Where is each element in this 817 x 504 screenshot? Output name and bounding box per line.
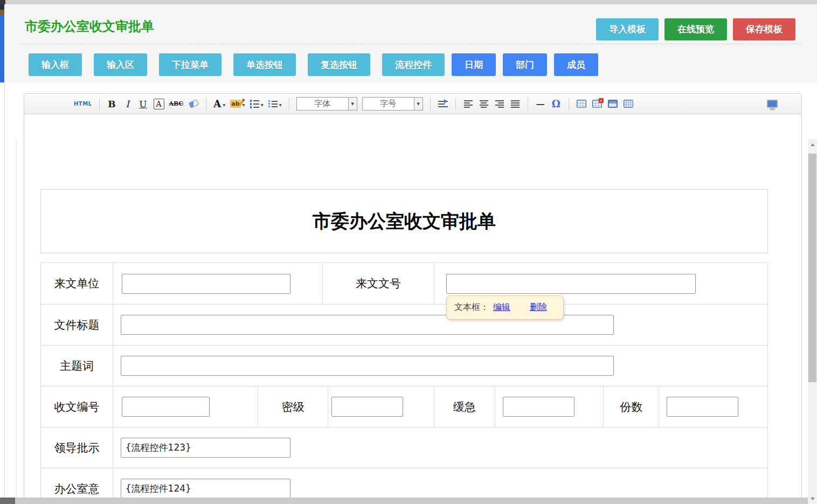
monitor-icon: [767, 100, 778, 108]
field-label: 来文文号: [322, 263, 434, 304]
chevron-down-icon: [348, 98, 357, 110]
urgency-input[interactable]: [503, 397, 574, 417]
table-properties-button[interactable]: [607, 97, 618, 111]
underline-button[interactable]: U: [138, 97, 149, 111]
table-row: 领导批示: [41, 427, 767, 468]
strikethrough-button[interactable]: ABC: [169, 97, 184, 111]
chevron-down-icon: [223, 99, 225, 109]
chevron-down-icon: [261, 99, 264, 109]
add-input-button[interactable]: 输入框: [29, 53, 82, 76]
page-title: 市委办公室收文审批单: [25, 18, 154, 34]
align-justify-button[interactable]: [510, 97, 521, 111]
incoming-doc-number-input[interactable]: [446, 274, 696, 294]
toolbar-separator: [99, 98, 100, 111]
cell-properties-button[interactable]: [623, 97, 634, 111]
toolbar-separator: [206, 98, 206, 111]
add-textarea-button[interactable]: 输入区: [94, 53, 147, 76]
import-template-button[interactable]: 导入模板: [596, 18, 659, 40]
online-preview-button[interactable]: 在线预览: [664, 18, 727, 40]
ordered-list-button[interactable]: [250, 97, 264, 111]
remove-format-button[interactable]: [188, 97, 199, 111]
table-cell: [328, 386, 434, 427]
add-member-button[interactable]: 成员: [554, 53, 598, 76]
field-label: 收文编号: [41, 386, 113, 427]
page-header: 市委办公室收文审批单 导入模板 在线预览 保存模板 输入框 输入区 下拉菜单 单…: [4, 4, 817, 82]
eraser-icon: [188, 99, 199, 108]
add-dropdown-button[interactable]: 下拉菜单: [159, 53, 221, 76]
table-row: 文件标题: [41, 304, 767, 345]
char-border-button[interactable]: A: [154, 99, 164, 109]
toolbar-separator: [455, 98, 456, 111]
table-cell: [113, 427, 767, 468]
delete-table-button[interactable]: [592, 97, 603, 111]
chevron-down-icon: [414, 98, 423, 110]
office-opinion-input[interactable]: [121, 479, 290, 499]
add-department-button[interactable]: 部门: [503, 53, 547, 76]
unordered-list-button[interactable]: [268, 97, 282, 111]
control-tooltip: 文本框： 编辑 删除: [446, 295, 564, 320]
align-left-button[interactable]: [463, 97, 474, 111]
vertical-scrollbar[interactable]: [808, 139, 817, 504]
window-edge-line: [16, 139, 17, 498]
font-color-button[interactable]: A: [213, 97, 225, 111]
chevron-down-icon: [279, 99, 282, 109]
document-title: 市委办公室收文审批单: [313, 209, 496, 234]
window-bottom-edge: [0, 498, 808, 504]
font-family-select[interactable]: 字体: [296, 97, 357, 111]
align-justify-icon: [511, 100, 520, 108]
table-row: 收文编号 密级 缓急 份数: [41, 386, 767, 427]
secrecy-level-input[interactable]: [331, 397, 403, 417]
bold-button[interactable]: B: [107, 97, 117, 111]
scroll-up-icon[interactable]: [808, 140, 817, 149]
horizontal-rule-button[interactable]: —: [535, 97, 546, 111]
highlight-button[interactable]: ab: [230, 97, 245, 111]
italic-button[interactable]: I: [122, 97, 133, 111]
table-properties-icon: [608, 100, 618, 108]
table-row: 来文单位 来文文号: [41, 263, 767, 304]
header-title-row: 市委办公室收文审批单 导入模板 在线预览 保存模板: [4, 4, 817, 40]
tooltip-edit-link[interactable]: 编辑: [493, 302, 510, 313]
subject-words-input[interactable]: [121, 356, 614, 376]
table-cell: [495, 386, 604, 427]
table-cell: [659, 386, 767, 427]
receipt-number-input[interactable]: [122, 397, 210, 417]
field-label: 缓急: [434, 386, 495, 427]
fullscreen-button[interactable]: [767, 97, 778, 111]
editor-canvas[interactable]: 市委办公室收文审批单 来文单位 来文文号 文件标题 主题词: [24, 114, 801, 504]
field-label: 主题词: [41, 346, 113, 386]
scrollbar-thumb[interactable]: [808, 154, 816, 382]
add-flow-control-button[interactable]: 流程控件: [382, 53, 445, 76]
rich-text-editor: HTML B I U A ABC A ab 字体 字号 — Ω 市委办公室收: [24, 93, 802, 504]
leader-instruction-input[interactable]: [121, 438, 290, 458]
table-cell: [113, 263, 322, 304]
add-radio-button[interactable]: 单选按钮: [233, 53, 296, 76]
align-right-button[interactable]: [494, 97, 505, 111]
special-char-button[interactable]: Ω: [551, 97, 562, 111]
unordered-list-icon: [268, 100, 278, 107]
table-cell: [113, 305, 767, 345]
toolbar-separator: [528, 98, 528, 111]
table-row: 主题词: [41, 345, 767, 386]
toolbar-separator: [430, 98, 431, 111]
toolbar-separator: [289, 98, 289, 111]
component-toolbar: 输入框 输入区 下拉菜单 单选按钮 复选按钮 流程控件 日期 部门 成员: [4, 44, 817, 76]
add-checkbox-button[interactable]: 复选按钮: [308, 53, 370, 76]
copies-count-input[interactable]: [667, 397, 738, 417]
align-center-button[interactable]: [479, 97, 489, 111]
table-icon: [577, 100, 586, 108]
save-template-button[interactable]: 保存模板: [733, 18, 795, 40]
scroll-down-icon[interactable]: [808, 494, 817, 503]
window-edge-line: [4, 82, 5, 498]
align-center-icon: [480, 100, 488, 108]
window-top-edge: [0, 0, 817, 4]
insert-table-button[interactable]: [576, 97, 587, 111]
incoming-unit-input[interactable]: [122, 274, 290, 294]
tooltip-delete-link[interactable]: 删除: [530, 302, 547, 313]
document-form-table: 来文单位 来文文号 文件标题 主题词: [40, 263, 768, 504]
font-color-icon: A: [213, 98, 221, 109]
table-delete-icon: [592, 100, 602, 108]
add-date-button[interactable]: 日期: [452, 53, 496, 76]
indent-button[interactable]: [438, 97, 448, 111]
source-code-button[interactable]: HTML: [74, 97, 92, 111]
font-size-select[interactable]: 字号: [362, 97, 423, 111]
